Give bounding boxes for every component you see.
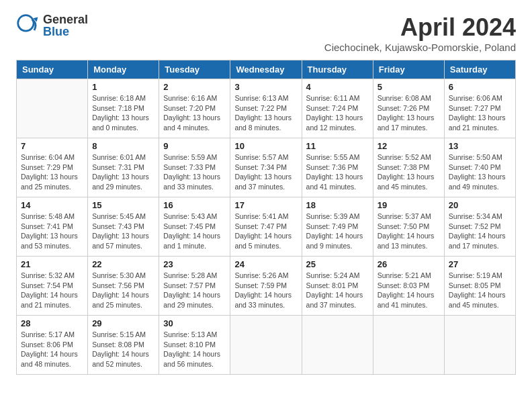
day-info: Sunrise: 5:32 AM Sunset: 7:54 PM Dayligh… — [21, 271, 83, 310]
col-sunday: Sunday — [17, 60, 88, 79]
day-info: Sunrise: 5:37 AM Sunset: 7:50 PM Dayligh… — [378, 212, 440, 251]
calendar-week-0: 1Sunrise: 6:18 AM Sunset: 7:18 PM Daylig… — [17, 79, 516, 138]
day-number: 8 — [92, 141, 154, 151]
table-row: 16Sunrise: 5:43 AM Sunset: 7:45 PM Dayli… — [159, 197, 230, 257]
calendar-week-4: 28Sunrise: 5:17 AM Sunset: 8:06 PM Dayli… — [17, 316, 516, 375]
day-number: 24 — [234, 259, 297, 269]
table-row: 12Sunrise: 5:52 AM Sunset: 7:38 PM Dayli… — [373, 138, 444, 197]
day-number: 10 — [234, 141, 297, 151]
day-info: Sunrise: 6:01 AM Sunset: 7:31 PM Dayligh… — [92, 152, 154, 192]
table-row: 24Sunrise: 5:26 AM Sunset: 7:59 PM Dayli… — [230, 257, 302, 316]
table-row: 29Sunrise: 5:15 AM Sunset: 8:08 PM Dayli… — [88, 316, 159, 375]
table-row: 4Sunrise: 6:11 AM Sunset: 7:24 PM Daylig… — [302, 79, 373, 138]
day-number: 25 — [306, 259, 369, 269]
logo-blue-text: Blue — [43, 26, 88, 38]
day-info: Sunrise: 5:28 AM Sunset: 7:57 PM Dayligh… — [163, 271, 226, 310]
table-row: 15Sunrise: 5:45 AM Sunset: 7:43 PM Dayli… — [88, 197, 159, 257]
logo-icon — [16, 13, 40, 38]
day-number: 6 — [449, 82, 511, 92]
calendar-week-2: 14Sunrise: 5:48 AM Sunset: 7:41 PM Dayli… — [17, 197, 516, 257]
col-monday: Monday — [88, 60, 159, 79]
day-info: Sunrise: 6:04 AM Sunset: 7:29 PM Dayligh… — [21, 152, 83, 192]
day-info: Sunrise: 6:13 AM Sunset: 7:22 PM Dayligh… — [234, 93, 297, 133]
day-info: Sunrise: 5:50 AM Sunset: 7:40 PM Dayligh… — [449, 152, 511, 192]
day-number: 12 — [378, 141, 440, 151]
day-number: 2 — [163, 82, 226, 92]
day-info: Sunrise: 5:48 AM Sunset: 7:41 PM Dayligh… — [21, 212, 83, 251]
day-info: Sunrise: 5:52 AM Sunset: 7:38 PM Dayligh… — [378, 152, 440, 192]
col-thursday: Thursday — [302, 60, 373, 79]
day-number: 30 — [163, 318, 226, 328]
table-row — [444, 316, 515, 375]
day-number: 14 — [21, 200, 83, 210]
calendar-week-1: 7Sunrise: 6:04 AM Sunset: 7:29 PM Daylig… — [17, 138, 516, 197]
day-number: 16 — [163, 200, 226, 210]
day-info: Sunrise: 6:08 AM Sunset: 7:26 PM Dayligh… — [378, 93, 440, 133]
table-row: 2Sunrise: 6:16 AM Sunset: 7:20 PM Daylig… — [159, 79, 230, 138]
day-info: Sunrise: 5:24 AM Sunset: 8:01 PM Dayligh… — [306, 271, 369, 310]
logo: General Blue — [16, 13, 88, 38]
page-container: General Blue April 2024 Ciechocinek, Kuj… — [0, 0, 532, 388]
day-info: Sunrise: 5:19 AM Sunset: 8:05 PM Dayligh… — [449, 271, 511, 310]
col-wednesday: Wednesday — [230, 60, 302, 79]
calendar-header-row: Sunday Monday Tuesday Wednesday Thursday… — [17, 60, 516, 79]
table-row: 20Sunrise: 5:34 AM Sunset: 7:52 PM Dayli… — [444, 197, 515, 257]
day-info: Sunrise: 5:15 AM Sunset: 8:08 PM Dayligh… — [92, 330, 154, 369]
day-number: 27 — [449, 259, 511, 269]
table-row: 18Sunrise: 5:39 AM Sunset: 7:49 PM Dayli… — [302, 197, 373, 257]
table-row: 22Sunrise: 5:30 AM Sunset: 7:56 PM Dayli… — [88, 257, 159, 316]
day-number: 15 — [92, 200, 154, 210]
table-row: 30Sunrise: 5:13 AM Sunset: 8:10 PM Dayli… — [159, 316, 230, 375]
day-number: 3 — [234, 82, 297, 92]
day-number: 9 — [163, 141, 226, 151]
day-number: 18 — [306, 200, 369, 210]
col-saturday: Saturday — [444, 60, 515, 79]
day-info: Sunrise: 5:26 AM Sunset: 7:59 PM Dayligh… — [234, 271, 297, 310]
day-info: Sunrise: 5:55 AM Sunset: 7:36 PM Dayligh… — [306, 152, 369, 192]
table-row: 21Sunrise: 5:32 AM Sunset: 7:54 PM Dayli… — [17, 257, 88, 316]
page-header: General Blue April 2024 Ciechocinek, Kuj… — [16, 13, 516, 53]
day-number: 20 — [449, 200, 511, 210]
day-info: Sunrise: 5:41 AM Sunset: 7:47 PM Dayligh… — [234, 212, 297, 251]
month-title: April 2024 — [324, 13, 516, 42]
day-number: 29 — [92, 318, 154, 328]
table-row: 8Sunrise: 6:01 AM Sunset: 7:31 PM Daylig… — [88, 138, 159, 197]
table-row: 7Sunrise: 6:04 AM Sunset: 7:29 PM Daylig… — [17, 138, 88, 197]
day-number: 28 — [21, 318, 83, 328]
day-info: Sunrise: 5:57 AM Sunset: 7:34 PM Dayligh… — [234, 152, 297, 192]
table-row: 23Sunrise: 5:28 AM Sunset: 7:57 PM Dayli… — [159, 257, 230, 316]
day-info: Sunrise: 5:45 AM Sunset: 7:43 PM Dayligh… — [92, 212, 154, 251]
day-info: Sunrise: 5:39 AM Sunset: 7:49 PM Dayligh… — [306, 212, 369, 251]
table-row: 26Sunrise: 5:21 AM Sunset: 8:03 PM Dayli… — [373, 257, 444, 316]
day-info: Sunrise: 5:59 AM Sunset: 7:33 PM Dayligh… — [163, 152, 226, 192]
day-number: 17 — [234, 200, 297, 210]
logo-general-text: General — [43, 13, 88, 26]
day-number: 22 — [92, 259, 154, 269]
day-number: 1 — [92, 82, 154, 92]
day-info: Sunrise: 5:34 AM Sunset: 7:52 PM Dayligh… — [449, 212, 511, 251]
table-row: 14Sunrise: 5:48 AM Sunset: 7:41 PM Dayli… — [17, 197, 88, 257]
table-row: 17Sunrise: 5:41 AM Sunset: 7:47 PM Dayli… — [230, 197, 302, 257]
table-row: 9Sunrise: 5:59 AM Sunset: 7:33 PM Daylig… — [159, 138, 230, 197]
table-row: 6Sunrise: 6:06 AM Sunset: 7:27 PM Daylig… — [444, 79, 515, 138]
day-info: Sunrise: 5:21 AM Sunset: 8:03 PM Dayligh… — [378, 271, 440, 310]
table-row: 19Sunrise: 5:37 AM Sunset: 7:50 PM Dayli… — [373, 197, 444, 257]
day-number: 21 — [21, 259, 83, 269]
table-row: 27Sunrise: 5:19 AM Sunset: 8:05 PM Dayli… — [444, 257, 515, 316]
table-row: 10Sunrise: 5:57 AM Sunset: 7:34 PM Dayli… — [230, 138, 302, 197]
day-info: Sunrise: 6:11 AM Sunset: 7:24 PM Dayligh… — [306, 93, 369, 133]
calendar-table: Sunday Monday Tuesday Wednesday Thursday… — [16, 60, 516, 375]
day-info: Sunrise: 6:16 AM Sunset: 7:20 PM Dayligh… — [163, 93, 226, 133]
day-number: 4 — [306, 82, 369, 92]
table-row: 13Sunrise: 5:50 AM Sunset: 7:40 PM Dayli… — [444, 138, 515, 197]
col-tuesday: Tuesday — [159, 60, 230, 79]
table-row — [302, 316, 373, 375]
table-row — [17, 79, 88, 138]
table-row: 25Sunrise: 5:24 AM Sunset: 8:01 PM Dayli… — [302, 257, 373, 316]
day-info: Sunrise: 6:06 AM Sunset: 7:27 PM Dayligh… — [449, 93, 511, 133]
day-info: Sunrise: 5:13 AM Sunset: 8:10 PM Dayligh… — [163, 330, 226, 369]
day-number: 7 — [21, 141, 83, 151]
table-row: 28Sunrise: 5:17 AM Sunset: 8:06 PM Dayli… — [17, 316, 88, 375]
day-number: 23 — [163, 259, 226, 269]
table-row — [373, 316, 444, 375]
